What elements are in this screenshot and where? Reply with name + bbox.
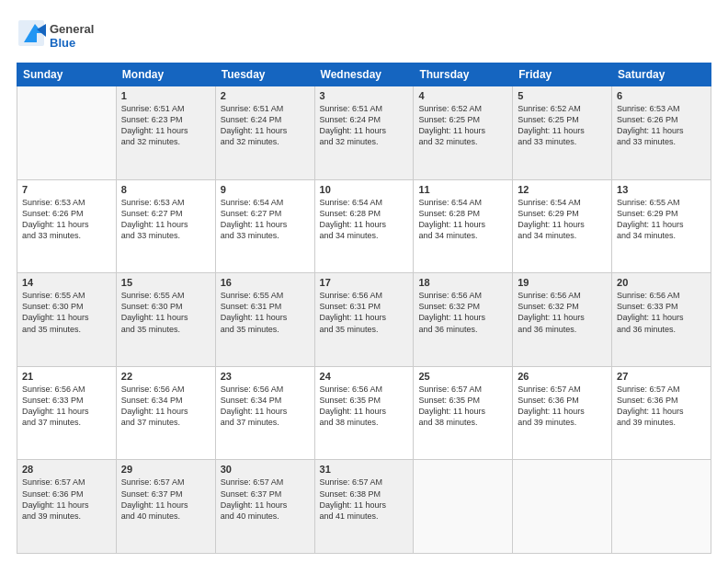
- day-cell: 2Sunrise: 6:51 AMSunset: 6:24 PMDaylight…: [215, 86, 314, 180]
- day-number: 2: [221, 90, 310, 101]
- day-info: Sunrise: 6:57 AMSunset: 6:37 PMDaylight:…: [121, 477, 210, 522]
- day-info: Sunrise: 6:57 AMSunset: 6:36 PMDaylight:…: [22, 477, 111, 522]
- day-number: 14: [22, 277, 111, 288]
- day-cell: [612, 460, 711, 554]
- day-info: Sunrise: 6:52 AMSunset: 6:25 PMDaylight:…: [518, 103, 607, 148]
- week-row-1: 1Sunrise: 6:51 AMSunset: 6:23 PMDaylight…: [17, 86, 711, 180]
- day-info: Sunrise: 6:56 AMSunset: 6:34 PMDaylight:…: [221, 384, 310, 429]
- header-cell-thursday: Thursday: [414, 63, 513, 86]
- day-cell: 12Sunrise: 6:54 AMSunset: 6:29 PMDayligh…: [513, 179, 612, 273]
- day-cell: 30Sunrise: 6:57 AMSunset: 6:37 PMDayligh…: [215, 460, 314, 554]
- day-number: 16: [221, 277, 310, 288]
- day-number: 12: [518, 184, 607, 195]
- header-cell-sunday: Sunday: [17, 63, 117, 86]
- day-cell: 3Sunrise: 6:51 AMSunset: 6:24 PMDaylight…: [314, 86, 414, 180]
- day-number: 1: [121, 90, 210, 101]
- day-info: Sunrise: 6:57 AMSunset: 6:36 PMDaylight:…: [518, 384, 607, 429]
- week-row-2: 7Sunrise: 6:53 AMSunset: 6:26 PMDaylight…: [17, 179, 711, 273]
- day-cell: 25Sunrise: 6:57 AMSunset: 6:35 PMDayligh…: [414, 366, 513, 460]
- day-info: Sunrise: 6:54 AMSunset: 6:28 PMDaylight:…: [418, 197, 507, 242]
- day-cell: 6Sunrise: 6:53 AMSunset: 6:26 PMDaylight…: [612, 86, 711, 180]
- day-number: 4: [418, 90, 507, 101]
- logo-svg: General Blue: [17, 17, 108, 53]
- day-number: 27: [617, 371, 706, 382]
- day-info: Sunrise: 6:53 AMSunset: 6:26 PMDaylight:…: [22, 197, 111, 242]
- day-cell: 29Sunrise: 6:57 AMSunset: 6:37 PMDayligh…: [116, 460, 215, 554]
- day-number: 6: [617, 90, 706, 101]
- header-row: SundayMondayTuesdayWednesdayThursdayFrid…: [17, 63, 711, 86]
- day-info: Sunrise: 6:56 AMSunset: 6:33 PMDaylight:…: [617, 290, 706, 335]
- day-number: 29: [121, 464, 210, 475]
- day-info: Sunrise: 6:57 AMSunset: 6:38 PMDaylight:…: [320, 477, 409, 522]
- day-cell: 27Sunrise: 6:57 AMSunset: 6:36 PMDayligh…: [612, 366, 711, 460]
- page: General Blue SundayMondayTuesdayWednesda…: [0, 0, 728, 563]
- day-number: 28: [22, 464, 111, 475]
- day-cell: 9Sunrise: 6:54 AMSunset: 6:27 PMDaylight…: [215, 179, 314, 273]
- header-cell-friday: Friday: [513, 63, 612, 86]
- day-info: Sunrise: 6:51 AMSunset: 6:23 PMDaylight:…: [121, 103, 210, 148]
- day-info: Sunrise: 6:56 AMSunset: 6:31 PMDaylight:…: [320, 290, 409, 335]
- day-cell: 13Sunrise: 6:55 AMSunset: 6:29 PMDayligh…: [612, 179, 711, 273]
- svg-text:Blue: Blue: [50, 36, 75, 50]
- day-number: 21: [22, 371, 111, 382]
- day-info: Sunrise: 6:56 AMSunset: 6:32 PMDaylight:…: [418, 290, 507, 335]
- day-cell: 31Sunrise: 6:57 AMSunset: 6:38 PMDayligh…: [314, 460, 414, 554]
- day-info: Sunrise: 6:51 AMSunset: 6:24 PMDaylight:…: [221, 103, 310, 148]
- day-info: Sunrise: 6:55 AMSunset: 6:30 PMDaylight:…: [121, 290, 210, 335]
- day-number: 18: [418, 277, 507, 288]
- day-number: 24: [320, 371, 409, 382]
- day-cell: [513, 460, 612, 554]
- day-cell: 1Sunrise: 6:51 AMSunset: 6:23 PMDaylight…: [116, 86, 215, 180]
- header-cell-wednesday: Wednesday: [314, 63, 414, 86]
- day-info: Sunrise: 6:57 AMSunset: 6:37 PMDaylight:…: [221, 477, 310, 522]
- day-cell: 24Sunrise: 6:56 AMSunset: 6:35 PMDayligh…: [314, 366, 414, 460]
- day-number: 23: [221, 371, 310, 382]
- day-info: Sunrise: 6:53 AMSunset: 6:26 PMDaylight:…: [617, 103, 706, 148]
- day-cell: 5Sunrise: 6:52 AMSunset: 6:25 PMDaylight…: [513, 86, 612, 180]
- day-number: 8: [121, 184, 210, 195]
- day-number: 22: [121, 371, 210, 382]
- day-cell: 20Sunrise: 6:56 AMSunset: 6:33 PMDayligh…: [612, 273, 711, 367]
- day-cell: 26Sunrise: 6:57 AMSunset: 6:36 PMDayligh…: [513, 366, 612, 460]
- day-cell: 18Sunrise: 6:56 AMSunset: 6:32 PMDayligh…: [414, 273, 513, 367]
- day-cell: 11Sunrise: 6:54 AMSunset: 6:28 PMDayligh…: [414, 179, 513, 273]
- day-cell: 4Sunrise: 6:52 AMSunset: 6:25 PMDaylight…: [414, 86, 513, 180]
- day-info: Sunrise: 6:54 AMSunset: 6:28 PMDaylight:…: [320, 197, 409, 242]
- day-cell: 21Sunrise: 6:56 AMSunset: 6:33 PMDayligh…: [17, 366, 117, 460]
- day-info: Sunrise: 6:51 AMSunset: 6:24 PMDaylight:…: [320, 103, 409, 148]
- day-number: 31: [320, 464, 409, 475]
- day-number: 10: [320, 184, 409, 195]
- day-info: Sunrise: 6:56 AMSunset: 6:35 PMDaylight:…: [320, 384, 409, 429]
- day-info: Sunrise: 6:55 AMSunset: 6:31 PMDaylight:…: [221, 290, 310, 335]
- header-cell-tuesday: Tuesday: [215, 63, 314, 86]
- day-info: Sunrise: 6:56 AMSunset: 6:32 PMDaylight:…: [518, 290, 607, 335]
- day-cell: 8Sunrise: 6:53 AMSunset: 6:27 PMDaylight…: [116, 179, 215, 273]
- day-number: 3: [320, 90, 409, 101]
- day-info: Sunrise: 6:56 AMSunset: 6:33 PMDaylight:…: [22, 384, 111, 429]
- day-cell: 22Sunrise: 6:56 AMSunset: 6:34 PMDayligh…: [116, 366, 215, 460]
- logo: General Blue: [17, 17, 108, 53]
- day-cell: 10Sunrise: 6:54 AMSunset: 6:28 PMDayligh…: [314, 179, 414, 273]
- day-number: 9: [221, 184, 310, 195]
- day-cell: 16Sunrise: 6:55 AMSunset: 6:31 PMDayligh…: [215, 273, 314, 367]
- header: General Blue: [17, 17, 711, 53]
- day-info: Sunrise: 6:55 AMSunset: 6:30 PMDaylight:…: [22, 290, 111, 335]
- calendar-table: SundayMondayTuesdayWednesdayThursdayFrid…: [17, 63, 711, 554]
- day-cell: [17, 86, 117, 180]
- day-number: 17: [320, 277, 409, 288]
- day-info: Sunrise: 6:52 AMSunset: 6:25 PMDaylight:…: [418, 103, 507, 148]
- day-number: 11: [418, 184, 507, 195]
- day-number: 13: [617, 184, 706, 195]
- day-number: 7: [22, 184, 111, 195]
- day-number: 20: [617, 277, 706, 288]
- day-cell: 17Sunrise: 6:56 AMSunset: 6:31 PMDayligh…: [314, 273, 414, 367]
- day-info: Sunrise: 6:53 AMSunset: 6:27 PMDaylight:…: [121, 197, 210, 242]
- day-info: Sunrise: 6:57 AMSunset: 6:36 PMDaylight:…: [617, 384, 706, 429]
- day-info: Sunrise: 6:54 AMSunset: 6:29 PMDaylight:…: [518, 197, 607, 242]
- day-info: Sunrise: 6:54 AMSunset: 6:27 PMDaylight:…: [221, 197, 310, 242]
- day-info: Sunrise: 6:56 AMSunset: 6:34 PMDaylight:…: [121, 384, 210, 429]
- day-number: 30: [221, 464, 310, 475]
- day-cell: [414, 460, 513, 554]
- day-info: Sunrise: 6:57 AMSunset: 6:35 PMDaylight:…: [418, 384, 507, 429]
- day-info: Sunrise: 6:55 AMSunset: 6:29 PMDaylight:…: [617, 197, 706, 242]
